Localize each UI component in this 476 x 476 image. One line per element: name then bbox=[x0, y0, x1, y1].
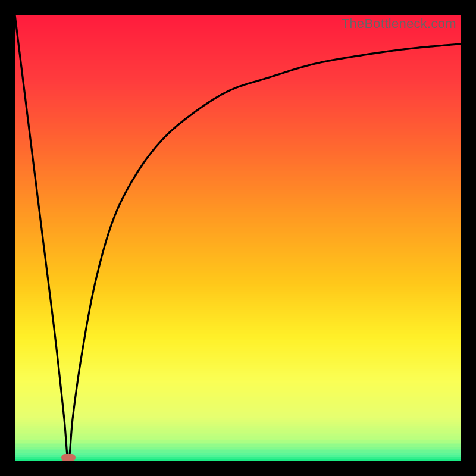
watermark-text: TheBottleneck.com bbox=[342, 16, 456, 32]
chart-frame: TheBottleneck.com bbox=[0, 0, 476, 476]
bottleneck-curve bbox=[15, 15, 461, 461]
optimum-marker bbox=[61, 454, 76, 461]
plot-area: TheBottleneck.com bbox=[15, 15, 461, 461]
